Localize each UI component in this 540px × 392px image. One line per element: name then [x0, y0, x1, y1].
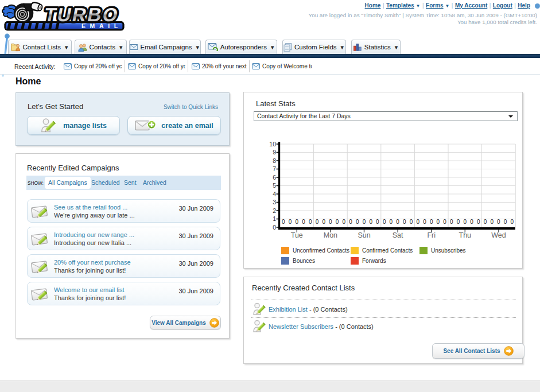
svg-text:0: 0 — [450, 219, 453, 225]
svg-text:0: 0 — [376, 219, 379, 225]
svg-text:0: 0 — [396, 219, 399, 225]
svg-text:2: 2 — [273, 207, 276, 214]
svg-text:0: 0 — [470, 219, 473, 225]
svg-text:3: 3 — [273, 199, 276, 205]
svg-text:5: 5 — [273, 182, 276, 189]
svg-text:Sun: Sun — [358, 231, 370, 239]
svg-text:4: 4 — [273, 191, 276, 197]
svg-text:Mon: Mon — [324, 231, 337, 239]
svg-text:0: 0 — [437, 219, 440, 225]
svg-text:0: 0 — [343, 219, 346, 225]
svg-text:0: 0 — [309, 219, 312, 225]
svg-text:0: 0 — [282, 219, 285, 225]
svg-text:0: 0 — [497, 219, 500, 225]
svg-text:0: 0 — [322, 219, 325, 225]
svg-text:Tue: Tue — [291, 231, 303, 239]
svg-text:0: 0 — [417, 219, 420, 225]
svg-text:0: 0 — [410, 219, 413, 225]
svg-text:0: 0 — [484, 219, 487, 225]
svg-text:0: 0 — [457, 219, 460, 225]
svg-text:0: 0 — [273, 224, 276, 231]
svg-text:0: 0 — [477, 219, 480, 225]
svg-text:Fri: Fri — [427, 231, 436, 239]
svg-text:6: 6 — [273, 174, 276, 181]
svg-text:0: 0 — [289, 219, 292, 225]
svg-text:0: 0 — [383, 219, 386, 225]
svg-text:0: 0 — [316, 219, 319, 225]
svg-text:0: 0 — [336, 219, 339, 225]
svg-text:0: 0 — [356, 219, 359, 225]
svg-text:Wed: Wed — [491, 231, 506, 239]
svg-text:0: 0 — [490, 219, 494, 225]
svg-text:0: 0 — [296, 219, 299, 225]
svg-text:0: 0 — [403, 219, 406, 225]
svg-text:0: 0 — [511, 219, 514, 225]
svg-text:9: 9 — [273, 149, 276, 156]
svg-text:7: 7 — [273, 165, 276, 172]
svg-text:0: 0 — [504, 219, 507, 225]
svg-text:0: 0 — [329, 219, 332, 225]
svg-text:0: 0 — [390, 219, 393, 225]
svg-text:0: 0 — [302, 219, 305, 225]
svg-text:0: 0 — [443, 219, 446, 225]
svg-text:0: 0 — [464, 219, 467, 225]
svg-text:0: 0 — [349, 219, 352, 225]
svg-text:TURBO: TURBO — [42, 4, 121, 25]
svg-text:0: 0 — [430, 219, 433, 225]
svg-text:1: 1 — [273, 215, 276, 222]
svg-text:8: 8 — [273, 157, 276, 164]
svg-text:0: 0 — [363, 219, 366, 225]
svg-text:Thu: Thu — [459, 231, 472, 239]
svg-text:10: 10 — [269, 141, 276, 148]
svg-text:Sat: Sat — [393, 231, 403, 239]
svg-text:0: 0 — [369, 219, 372, 225]
svg-text:0: 0 — [423, 219, 426, 225]
